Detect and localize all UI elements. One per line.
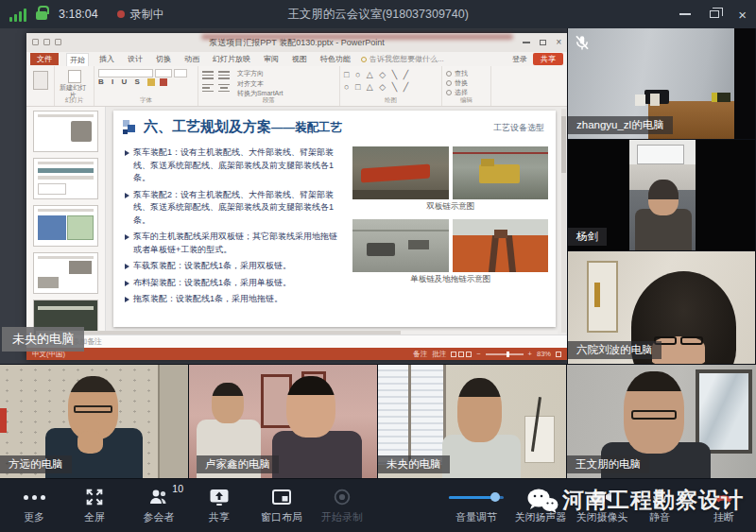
person-head bbox=[457, 378, 503, 441]
slide-photo-grid: 双板链示意图 bbox=[349, 146, 548, 323]
slide-thumbnail-panel[interactable] bbox=[26, 107, 106, 335]
close-button[interactable]: × bbox=[738, 8, 747, 22]
share-button[interactable]: 共享 bbox=[189, 485, 249, 524]
speaker-button[interactable]: 关闭扬声器 bbox=[507, 485, 574, 524]
participant-video-fangyuan[interactable]: 方远的电脑 bbox=[0, 365, 188, 478]
decor bbox=[594, 283, 600, 307]
volume-control[interactable]: 音量调节 bbox=[442, 485, 510, 524]
participant-video-lujiaxin[interactable]: 卢家鑫的电脑 bbox=[189, 365, 377, 478]
meeting-app: 3:18:04 录制中 王文朋的云会议室(918037309740) × 泵送项… bbox=[0, 0, 756, 532]
zoom-out-button[interactable]: − bbox=[476, 350, 480, 358]
microphone-icon bbox=[649, 487, 670, 507]
tell-me-box[interactable]: 告诉我您想要做什么... bbox=[361, 54, 444, 64]
bullet-item: 车载泵装配：设装配线1条，采用双板链。 bbox=[125, 260, 345, 273]
tab-insert[interactable]: 插入 bbox=[96, 53, 117, 65]
ppt-restore-icon[interactable] bbox=[540, 40, 546, 45]
bullet-list-icon[interactable] bbox=[202, 71, 214, 81]
fullscreen-button[interactable]: 全屏 bbox=[64, 485, 125, 524]
bullet-item: 泵车装配2：设有主机装配线、大件部装线、臂架部装线、泵送系统部配线、底架部装线及… bbox=[125, 189, 345, 228]
tab-design[interactable]: 设计 bbox=[125, 53, 146, 65]
mic-muted-icon bbox=[574, 34, 591, 51]
replace-button[interactable]: 替换 bbox=[446, 78, 487, 88]
align-left-icon[interactable] bbox=[202, 84, 214, 94]
slide-thumbnail[interactable] bbox=[33, 111, 98, 152]
slide-thumbnail[interactable] bbox=[33, 205, 98, 247]
volume-slider-knob[interactable] bbox=[490, 492, 500, 502]
tab-review[interactable]: 审阅 bbox=[261, 53, 282, 65]
align-text-button[interactable]: 对齐文本 bbox=[237, 79, 284, 90]
view-switcher-icons[interactable] bbox=[451, 352, 472, 357]
mute-button[interactable]: 静音 bbox=[636, 485, 683, 524]
new-slide-icon[interactable] bbox=[68, 70, 81, 83]
camera-icon bbox=[591, 486, 613, 508]
hangup-button[interactable]: 挂断 bbox=[699, 485, 748, 524]
speaker-icon bbox=[529, 486, 552, 508]
slide-thumbnail[interactable] bbox=[33, 158, 98, 199]
notes-toggle[interactable]: 备注 bbox=[413, 350, 427, 359]
tab-transitions[interactable]: 切换 bbox=[153, 53, 174, 65]
tab-special[interactable]: 特色功能 bbox=[318, 53, 353, 65]
zoom-slider[interactable] bbox=[486, 353, 524, 355]
comments-toggle[interactable]: 批注 bbox=[432, 350, 446, 359]
bullet-item: 拖泵装配：设装配线1条，采用地拖链。 bbox=[125, 293, 345, 306]
group-label-slides: 幻灯片 bbox=[55, 96, 94, 105]
group-label-editing: 编辑 bbox=[442, 96, 490, 105]
quick-access-toolbar[interactable] bbox=[32, 39, 61, 45]
hand-decor bbox=[77, 431, 104, 454]
participant-name-label: 卢家鑫的电脑 bbox=[197, 455, 279, 473]
tab-view[interactable]: 视图 bbox=[289, 53, 310, 65]
signin-link[interactable]: 登录 bbox=[512, 54, 527, 64]
participant-video-zhangyu[interactable]: zhangyu_zl的电脑 bbox=[568, 28, 755, 139]
ppt-share-button[interactable]: 共享 bbox=[533, 53, 563, 65]
decor bbox=[650, 94, 660, 106]
tab-slideshow[interactable]: 幻灯片放映 bbox=[210, 53, 253, 65]
person-head bbox=[212, 383, 244, 423]
participant-video-weiyang[interactable]: 未央的电脑 bbox=[378, 365, 566, 478]
ppt-minimize-icon[interactable] bbox=[523, 42, 530, 43]
camera-button[interactable]: 关闭摄像头 bbox=[569, 485, 635, 524]
participant-video-yangjian[interactable]: 杨剑 bbox=[568, 140, 755, 250]
text-direction-button[interactable]: 文字方向 bbox=[237, 69, 284, 79]
window-blinds bbox=[378, 365, 446, 465]
font-style-buttons[interactable]: B I U S bbox=[98, 77, 143, 86]
ppt-titlebar: 泵送项目汇报PPT 装配0130.pptx - PowerPoint × bbox=[26, 33, 567, 52]
slide-scrollbar[interactable] bbox=[561, 109, 566, 333]
restore-button[interactable] bbox=[710, 10, 719, 18]
participant-video-liubo[interactable]: 六院刘波的电脑 bbox=[568, 251, 755, 364]
highlight-color-chip[interactable] bbox=[147, 78, 155, 86]
record-button[interactable]: 开始录制 bbox=[312, 485, 372, 524]
factory-photo-yellow-truck bbox=[453, 146, 548, 199]
layout-button[interactable]: 窗口布局 bbox=[251, 485, 312, 524]
shared-screen-stage[interactable]: 泵送项目汇报PPT 装配0130.pptx - PowerPoint × 文件 … bbox=[0, 28, 567, 364]
tab-animations[interactable]: 动画 bbox=[181, 53, 202, 65]
decor bbox=[635, 94, 645, 106]
zoom-in-button[interactable]: + bbox=[528, 350, 532, 358]
find-button[interactable]: 查找 bbox=[446, 69, 487, 78]
slide-canvas: 六、工艺规划及方案——装配工艺 工艺设备选型 泵车装配1：设有主机装配线、大件部… bbox=[106, 107, 567, 335]
group-label-font: 字体 bbox=[94, 96, 198, 105]
volume-slider[interactable] bbox=[449, 496, 504, 499]
participants-button[interactable]: 10 参会者 bbox=[129, 485, 189, 524]
fit-slide-icon[interactable] bbox=[556, 352, 561, 357]
current-slide[interactable]: 六、工艺规划及方案——装配工艺 工艺设备选型 泵车装配1：设有主机装配线、大件部… bbox=[113, 111, 556, 327]
participant-sidebar: zhangyu_zl的电脑 杨剑 六院刘波的电脑 bbox=[567, 28, 756, 364]
participant-video-wangwenpeng[interactable]: 王文朋的电脑 bbox=[567, 365, 756, 478]
numbered-list-icon[interactable] bbox=[218, 71, 230, 81]
horizontal-scrollbar[interactable] bbox=[36, 331, 558, 335]
photo-caption-bottom: 单板链及地拖链示意图 bbox=[352, 274, 548, 285]
minimize-button[interactable] bbox=[679, 13, 691, 15]
paste-button[interactable] bbox=[33, 71, 48, 90]
ppt-close-icon[interactable]: × bbox=[556, 33, 561, 52]
notes-pane[interactable]: 单击此处添加备注 bbox=[26, 335, 567, 348]
slide-thumbnail[interactable] bbox=[33, 252, 98, 294]
align-center-icon[interactable] bbox=[218, 84, 230, 94]
shapes-gallery[interactable]: □ ○ △ ◇ ╲ ╱○ □ △ ◇ ╲ ╱ bbox=[344, 69, 438, 93]
tab-home[interactable]: 开始 bbox=[66, 53, 89, 66]
glasses-decor bbox=[680, 336, 703, 345]
zoom-level[interactable]: 83% bbox=[537, 350, 551, 358]
tab-file[interactable]: 文件 bbox=[30, 53, 59, 65]
font-color-chip[interactable] bbox=[160, 78, 167, 86]
more-button[interactable]: 更多 bbox=[4, 485, 64, 524]
room-title: 王文朋的云会议室(918037309740) bbox=[0, 7, 756, 23]
font-name-box[interactable] bbox=[98, 69, 194, 77]
